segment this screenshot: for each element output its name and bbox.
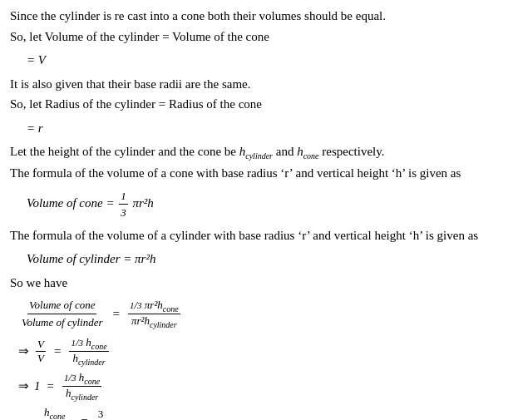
one-third-fraction: 1 3: [119, 188, 128, 221]
three-one-fraction: 3 1: [96, 408, 106, 420]
line-4: It is also given that their base radii a…: [10, 75, 498, 94]
line-10: The formula of the volume of a cylinder …: [10, 226, 498, 245]
line-12: So we have: [10, 274, 498, 293]
volume-cylinder-formula: Volume of cylinder = πr²h: [27, 250, 498, 269]
line-7: Let the height of the cylinder and the c…: [10, 142, 498, 162]
h-ratio-fraction: 1/3 hcone hcylinder: [69, 336, 108, 366]
line-1: Since the cylinder is re cast into a con…: [10, 7, 498, 26]
step-1: ⇒ 1 = 1/3 hcone hcylinder: [18, 371, 498, 401]
one-ratio-fraction: 1/3 hcone hcylinder: [62, 371, 101, 401]
arrow-1: ⇒: [18, 343, 29, 358]
line-3: = V: [27, 51, 498, 70]
volume-cone-formula: Volume of cone = 1 3 πr²h: [27, 188, 498, 221]
vol-ratio-fraction: Volume of cone Volume of cylinder: [20, 299, 104, 329]
line-5: So, let Radius of the cylinder = Radius …: [10, 95, 498, 114]
line-2: So, let Volume of the cylinder = Volume …: [10, 27, 498, 47]
h-cone: hcone: [297, 145, 318, 158]
v-fraction: V V: [36, 338, 46, 365]
formula-ratio-fraction: 1/3 πr²hcone πr²hcylinder: [128, 299, 180, 329]
line-6: = r: [27, 119, 498, 138]
step-result: hcone hcylinder = 3 1: [18, 406, 498, 420]
h-cone-fraction: hcone hcylinder: [37, 406, 72, 420]
h-cylinder: hcylinder: [239, 145, 273, 158]
step-vv: ⇒ V V = 1/3 hcone hcylinder: [18, 336, 498, 366]
content: Since the cylinder is re cast into a con…: [10, 7, 498, 420]
arrow-2: ⇒: [18, 378, 29, 393]
line-8: The formula of the volume of a cone with…: [10, 164, 498, 183]
step-fraction: Volume of cone Volume of cylinder = 1/3 …: [18, 299, 498, 329]
